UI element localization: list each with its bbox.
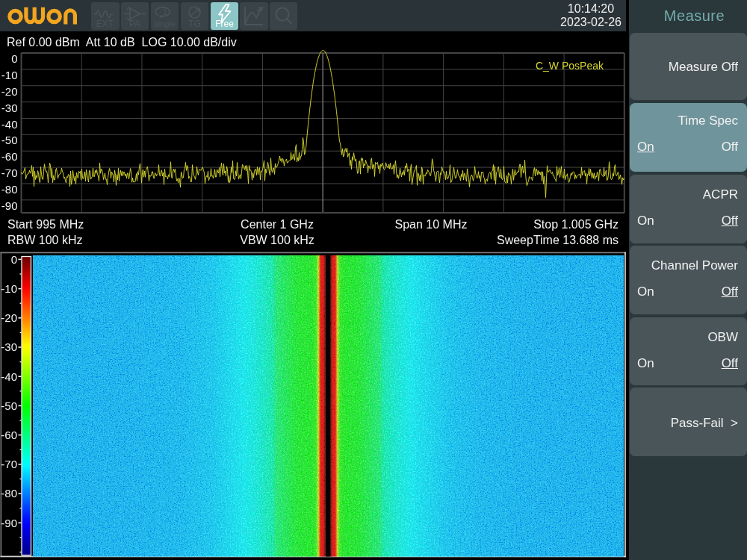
svg-text:-50: -50 [1,134,18,146]
svg-text:SweepTime 13.688 ms: SweepTime 13.688 ms [497,234,619,246]
svg-text:0: 0 [11,253,17,266]
svg-text:-30: -30 [1,102,18,114]
svg-text:Center 1 GHz: Center 1 GHz [241,218,314,231]
svg-text:VBW 100 kHz: VBW 100 kHz [240,234,314,246]
svg-text:0: 0 [11,52,17,65]
svg-text:-10: -10 [1,282,17,295]
svg-text:Start 995 MHz: Start 995 MHz [7,218,84,231]
svg-text:-80: -80 [1,183,18,196]
svg-text:-20: -20 [1,85,18,98]
svg-text:-20: -20 [1,311,17,324]
svg-text:-70: -70 [1,167,18,179]
svg-text:-40: -40 [1,370,17,383]
svg-text:-40: -40 [1,118,18,131]
svg-text:Stop 1.005 GHz: Stop 1.005 GHz [533,218,619,231]
svg-text:-60: -60 [1,150,18,163]
svg-text:-70: -70 [1,458,17,470]
svg-text:-30: -30 [1,340,17,353]
svg-text:-50: -50 [1,399,17,412]
svg-text:Span 10 MHz: Span 10 MHz [395,218,468,231]
svg-text:C_W PosPeak: C_W PosPeak [536,60,604,72]
svg-text:-90: -90 [1,517,17,529]
svg-text:RBW 100 kHz: RBW 100 kHz [7,234,82,246]
svg-text:-90: -90 [1,199,18,212]
svg-text:Ref 0.00 dBm Att 10 dB LOG 1: Ref 0.00 dBm Att 10 dB LOG 10.00 dB/div [7,36,237,49]
svg-text:-60: -60 [1,429,17,441]
svg-text:-80: -80 [1,487,17,500]
svg-text:-10: -10 [1,69,18,81]
